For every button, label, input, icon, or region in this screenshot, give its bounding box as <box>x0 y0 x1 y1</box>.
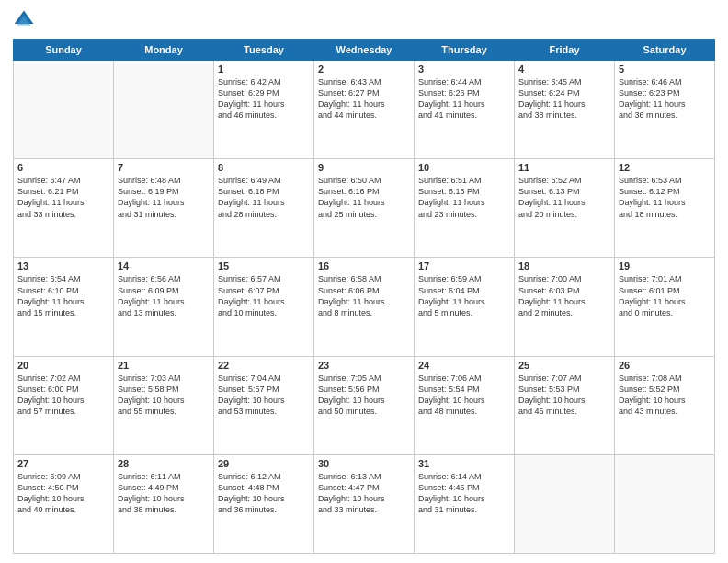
cell-info: Sunrise: 7:07 AM Sunset: 5:53 PM Dayligh… <box>518 373 610 418</box>
week-row-1: 1Sunrise: 6:42 AM Sunset: 6:29 PM Daylig… <box>14 61 715 159</box>
week-row-2: 6Sunrise: 6:47 AM Sunset: 6:21 PM Daylig… <box>14 159 715 258</box>
cell-info: Sunrise: 6:47 AM Sunset: 6:21 PM Dayligh… <box>17 175 109 220</box>
calendar-cell: 31Sunrise: 6:14 AM Sunset: 4:45 PM Dayli… <box>415 454 515 553</box>
calendar-cell: 25Sunrise: 7:07 AM Sunset: 5:53 PM Dayli… <box>515 356 615 454</box>
cell-info: Sunrise: 6:51 AM Sunset: 6:15 PM Dayligh… <box>418 175 510 220</box>
calendar-cell <box>515 454 615 553</box>
day-number: 7 <box>118 162 210 173</box>
calendar-cell: 30Sunrise: 6:13 AM Sunset: 4:47 PM Dayli… <box>314 454 415 553</box>
cell-info: Sunrise: 6:42 AM Sunset: 6:29 PM Dayligh… <box>218 76 310 121</box>
day-number: 20 <box>17 360 109 371</box>
day-number: 3 <box>418 63 510 75</box>
week-row-5: 27Sunrise: 6:09 AM Sunset: 4:50 PM Dayli… <box>14 454 715 553</box>
cell-info: Sunrise: 6:57 AM Sunset: 6:07 PM Dayligh… <box>218 273 310 318</box>
cell-info: Sunrise: 6:45 AM Sunset: 6:24 PM Dayligh… <box>518 76 610 121</box>
calendar-cell: 3Sunrise: 6:44 AM Sunset: 6:26 PM Daylig… <box>415 61 515 159</box>
logo-icon <box>13 9 35 31</box>
cell-info: Sunrise: 6:54 AM Sunset: 6:10 PM Dayligh… <box>17 273 109 318</box>
cell-info: Sunrise: 6:44 AM Sunset: 6:26 PM Dayligh… <box>418 76 510 121</box>
calendar-cell: 26Sunrise: 7:08 AM Sunset: 5:52 PM Dayli… <box>615 356 715 454</box>
calendar-cell: 29Sunrise: 6:12 AM Sunset: 4:48 PM Dayli… <box>214 454 314 553</box>
day-number: 5 <box>619 63 711 75</box>
day-number: 10 <box>418 162 510 173</box>
cell-info: Sunrise: 6:14 AM Sunset: 4:45 PM Dayligh… <box>418 471 510 516</box>
calendar-cell: 1Sunrise: 6:42 AM Sunset: 6:29 PM Daylig… <box>214 61 314 159</box>
cell-info: Sunrise: 6:58 AM Sunset: 6:06 PM Dayligh… <box>318 273 410 318</box>
weekday-header-monday: Monday <box>114 40 214 61</box>
week-row-3: 13Sunrise: 6:54 AM Sunset: 6:10 PM Dayli… <box>14 258 715 356</box>
weekday-header-saturday: Saturday <box>615 40 715 61</box>
cell-info: Sunrise: 7:03 AM Sunset: 5:58 PM Dayligh… <box>118 373 210 418</box>
day-number: 4 <box>518 63 610 75</box>
calendar-cell: 14Sunrise: 6:56 AM Sunset: 6:09 PM Dayli… <box>114 258 214 356</box>
calendar-cell: 28Sunrise: 6:11 AM Sunset: 4:49 PM Dayli… <box>114 454 214 553</box>
cell-info: Sunrise: 6:09 AM Sunset: 4:50 PM Dayligh… <box>17 471 109 516</box>
day-number: 11 <box>518 162 610 173</box>
weekday-header-thursday: Thursday <box>415 40 515 61</box>
day-number: 28 <box>118 458 210 469</box>
day-number: 15 <box>218 260 310 271</box>
day-number: 24 <box>418 360 510 371</box>
cell-info: Sunrise: 6:13 AM Sunset: 4:47 PM Dayligh… <box>318 471 410 516</box>
day-number: 6 <box>17 162 109 173</box>
cell-info: Sunrise: 6:49 AM Sunset: 6:18 PM Dayligh… <box>218 175 310 220</box>
calendar-cell: 22Sunrise: 7:04 AM Sunset: 5:57 PM Dayli… <box>214 356 314 454</box>
calendar-cell: 19Sunrise: 7:01 AM Sunset: 6:01 PM Dayli… <box>615 258 715 356</box>
weekday-header-tuesday: Tuesday <box>214 40 314 61</box>
day-number: 19 <box>619 260 711 271</box>
calendar-cell: 11Sunrise: 6:52 AM Sunset: 6:13 PM Dayli… <box>515 159 615 258</box>
calendar-cell: 21Sunrise: 7:03 AM Sunset: 5:58 PM Dayli… <box>114 356 214 454</box>
day-number: 17 <box>418 260 510 271</box>
header <box>13 9 715 31</box>
calendar-cell: 18Sunrise: 7:00 AM Sunset: 6:03 PM Dayli… <box>515 258 615 356</box>
calendar-cell: 23Sunrise: 7:05 AM Sunset: 5:56 PM Dayli… <box>314 356 415 454</box>
day-number: 13 <box>17 260 109 271</box>
calendar-cell: 10Sunrise: 6:51 AM Sunset: 6:15 PM Dayli… <box>415 159 515 258</box>
cell-info: Sunrise: 7:02 AM Sunset: 6:00 PM Dayligh… <box>17 373 109 418</box>
cell-info: Sunrise: 6:46 AM Sunset: 6:23 PM Dayligh… <box>619 76 711 121</box>
cell-info: Sunrise: 6:11 AM Sunset: 4:49 PM Dayligh… <box>118 471 210 516</box>
calendar-cell <box>114 61 214 159</box>
page: SundayMondayTuesdayWednesdayThursdayFrid… <box>0 0 728 563</box>
calendar-cell <box>14 61 114 159</box>
cell-info: Sunrise: 6:43 AM Sunset: 6:27 PM Dayligh… <box>318 76 410 121</box>
logo <box>13 9 39 31</box>
cell-info: Sunrise: 6:59 AM Sunset: 6:04 PM Dayligh… <box>418 273 510 318</box>
calendar-cell: 8Sunrise: 6:49 AM Sunset: 6:18 PM Daylig… <box>214 159 314 258</box>
cell-info: Sunrise: 6:53 AM Sunset: 6:12 PM Dayligh… <box>619 175 711 220</box>
day-number: 8 <box>218 162 310 173</box>
cell-info: Sunrise: 7:08 AM Sunset: 5:52 PM Dayligh… <box>619 373 711 418</box>
day-number: 29 <box>218 458 310 469</box>
day-number: 23 <box>318 360 410 371</box>
weekday-header-friday: Friday <box>515 40 615 61</box>
cell-info: Sunrise: 6:12 AM Sunset: 4:48 PM Dayligh… <box>218 471 310 516</box>
cell-info: Sunrise: 6:56 AM Sunset: 6:09 PM Dayligh… <box>118 273 210 318</box>
calendar-cell: 24Sunrise: 7:06 AM Sunset: 5:54 PM Dayli… <box>415 356 515 454</box>
weekday-header-sunday: Sunday <box>14 40 114 61</box>
calendar-cell: 27Sunrise: 6:09 AM Sunset: 4:50 PM Dayli… <box>14 454 114 553</box>
day-number: 12 <box>619 162 711 173</box>
day-number: 26 <box>619 360 711 371</box>
day-number: 9 <box>318 162 410 173</box>
weekday-header-wednesday: Wednesday <box>314 40 415 61</box>
calendar-cell: 13Sunrise: 6:54 AM Sunset: 6:10 PM Dayli… <box>14 258 114 356</box>
day-number: 2 <box>318 63 410 75</box>
cell-info: Sunrise: 7:05 AM Sunset: 5:56 PM Dayligh… <box>318 373 410 418</box>
day-number: 16 <box>318 260 410 271</box>
day-number: 1 <box>218 63 310 75</box>
calendar-cell: 4Sunrise: 6:45 AM Sunset: 6:24 PM Daylig… <box>515 61 615 159</box>
calendar-cell: 5Sunrise: 6:46 AM Sunset: 6:23 PM Daylig… <box>615 61 715 159</box>
calendar-cell: 2Sunrise: 6:43 AM Sunset: 6:27 PM Daylig… <box>314 61 415 159</box>
cell-info: Sunrise: 7:00 AM Sunset: 6:03 PM Dayligh… <box>518 273 610 318</box>
calendar-cell: 12Sunrise: 6:53 AM Sunset: 6:12 PM Dayli… <box>615 159 715 258</box>
cell-info: Sunrise: 6:52 AM Sunset: 6:13 PM Dayligh… <box>518 175 610 220</box>
day-number: 21 <box>118 360 210 371</box>
calendar-cell: 16Sunrise: 6:58 AM Sunset: 6:06 PM Dayli… <box>314 258 415 356</box>
day-number: 22 <box>218 360 310 371</box>
cell-info: Sunrise: 6:50 AM Sunset: 6:16 PM Dayligh… <box>318 175 410 220</box>
cell-info: Sunrise: 7:01 AM Sunset: 6:01 PM Dayligh… <box>619 273 711 318</box>
calendar-cell <box>615 454 715 553</box>
calendar-cell: 15Sunrise: 6:57 AM Sunset: 6:07 PM Dayli… <box>214 258 314 356</box>
calendar-cell: 17Sunrise: 6:59 AM Sunset: 6:04 PM Dayli… <box>415 258 515 356</box>
day-number: 27 <box>17 458 109 469</box>
